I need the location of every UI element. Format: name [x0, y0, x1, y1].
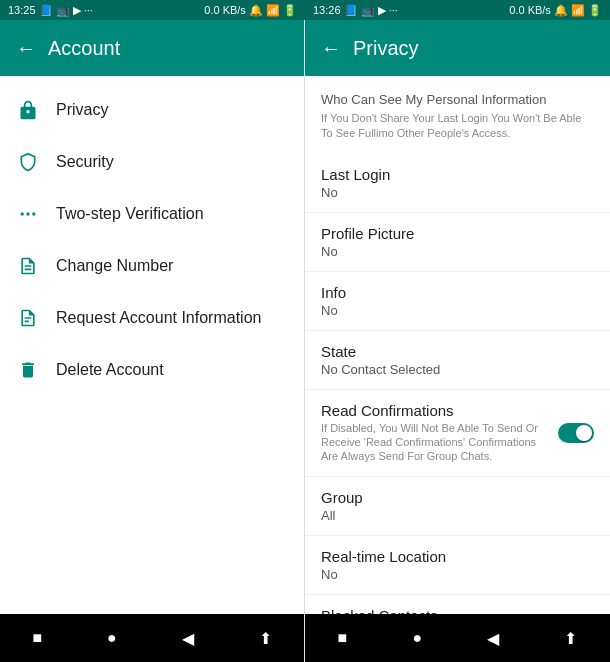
signal-left: 0.0 KB/s — [204, 4, 246, 16]
read-confirm-left: Read Confirmations If Disabled, You Will… — [321, 402, 541, 464]
back-arrow-left[interactable]: ← — [16, 37, 36, 60]
menu-item-security[interactable]: Security — [0, 136, 304, 188]
group-label: Group — [321, 489, 594, 506]
svg-point-2 — [32, 212, 35, 215]
privacy-item-group[interactable]: Group All — [305, 477, 610, 536]
blocked-label: Blocked Contacts — [321, 607, 594, 614]
right-panel: ← Privacy Who Can See My Personal Inform… — [305, 0, 610, 662]
right-panel-title: Privacy — [353, 37, 419, 60]
left-panel: ← Account Privacy Security — [0, 0, 305, 662]
status-icons-right: 🔔 📶 🔋 — [554, 4, 602, 17]
nav-square-left[interactable]: ■ — [24, 621, 50, 655]
menu-label-delete-account: Delete Account — [56, 361, 164, 379]
menu-label-request-info: Request Account Information — [56, 309, 261, 327]
profile-picture-label: Profile Picture — [321, 225, 594, 242]
menu-item-privacy[interactable]: Privacy — [0, 84, 304, 136]
time-left: 13:25 — [8, 4, 36, 16]
menu-label-two-step: Two-step Verification — [56, 205, 204, 223]
menu-label-change-number: Change Number — [56, 257, 173, 275]
profile-picture-value: No — [321, 244, 594, 259]
shield-icon — [16, 150, 40, 174]
time-right: 13:26 — [313, 4, 341, 16]
svg-point-1 — [26, 212, 29, 215]
left-panel-title: Account — [48, 37, 120, 60]
nav-circle-left[interactable]: ● — [99, 621, 125, 655]
signal-right: 0.0 KB/s — [509, 4, 551, 16]
toggle-thumb — [576, 425, 592, 441]
real-time-value: No — [321, 567, 594, 582]
status-icons-left: 🔔 📶 🔋 — [249, 4, 297, 17]
trash-icon — [16, 358, 40, 382]
info-value: No — [321, 303, 594, 318]
info-label: Info — [321, 284, 594, 301]
menu-item-delete-account[interactable]: Delete Account — [0, 344, 304, 396]
menu-item-change-number[interactable]: Change Number — [0, 240, 304, 292]
nav-square-right[interactable]: ■ — [330, 621, 356, 655]
privacy-item-state[interactable]: State No Contact Selected — [305, 331, 610, 390]
state-value: No Contact Selected — [321, 362, 594, 377]
last-login-label: Last Login — [321, 166, 594, 183]
state-label: State — [321, 343, 594, 360]
privacy-item-blocked-contacts[interactable]: Blocked Contacts 13 — [305, 595, 610, 614]
nav-extra-left[interactable]: ⬆ — [251, 621, 280, 656]
dots-icon — [16, 202, 40, 226]
menu-label-privacy: Privacy — [56, 101, 108, 119]
lock-icon — [16, 98, 40, 122]
file-text-icon — [16, 306, 40, 330]
nav-extra-right[interactable]: ⬆ — [556, 621, 585, 656]
nav-back-right[interactable]: ◀ — [479, 621, 507, 656]
read-confirm-toggle[interactable] — [558, 423, 594, 443]
left-header: ← Account — [0, 20, 304, 76]
read-confirm-label: Read Confirmations — [321, 402, 541, 419]
menu-list: Privacy Security Two-step Verification — [0, 76, 304, 614]
nav-back-left[interactable]: ◀ — [174, 621, 202, 656]
svg-point-0 — [21, 212, 24, 215]
section-sub: If You Don't Share Your Last Login You W… — [305, 111, 610, 154]
menu-item-two-step[interactable]: Two-step Verification — [0, 188, 304, 240]
menu-item-request-info[interactable]: Request Account Information — [0, 292, 304, 344]
icons-right: 📘 📺 ▶ ··· — [344, 4, 398, 17]
section-header: Who Can See My Personal Information — [305, 76, 610, 111]
privacy-item-profile-picture[interactable]: Profile Picture No — [305, 213, 610, 272]
right-content: Who Can See My Personal Information If Y… — [305, 76, 610, 614]
file-alt-icon — [16, 254, 40, 278]
bottom-nav-right: ■ ● ◀ ⬆ — [305, 614, 610, 662]
icons-left: 📘 📺 ▶ ··· — [39, 4, 93, 17]
last-login-value: No — [321, 185, 594, 200]
real-time-label: Real-time Location — [321, 548, 594, 565]
privacy-item-real-time-location[interactable]: Real-time Location No — [305, 536, 610, 595]
privacy-item-last-login[interactable]: Last Login No — [305, 154, 610, 213]
group-value: All — [321, 508, 594, 523]
privacy-item-read-confirmations[interactable]: Read Confirmations If Disabled, You Will… — [305, 390, 610, 477]
bottom-nav-left: ■ ● ◀ ⬆ — [0, 614, 304, 662]
right-header: ← Privacy — [305, 20, 610, 76]
menu-label-security: Security — [56, 153, 114, 171]
read-confirm-sub: If Disabled, You Will Not Be Able To Sen… — [321, 421, 541, 464]
privacy-item-info[interactable]: Info No — [305, 272, 610, 331]
back-arrow-right[interactable]: ← — [321, 37, 341, 60]
nav-circle-right[interactable]: ● — [404, 621, 430, 655]
